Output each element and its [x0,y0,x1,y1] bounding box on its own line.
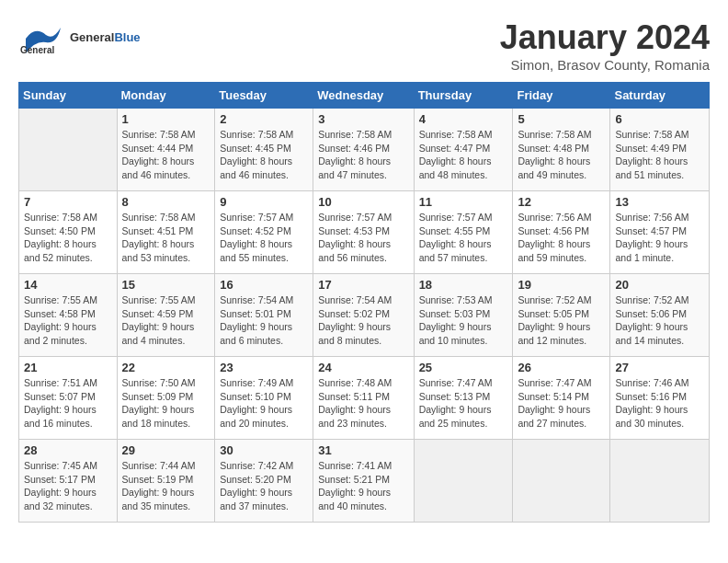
day-info: Sunrise: 7:56 AMSunset: 4:56 PMDaylight:… [518,211,605,265]
day-info: Sunrise: 7:58 AMSunset: 4:47 PMDaylight:… [419,128,508,182]
day-info: Sunrise: 7:57 AMSunset: 4:52 PMDaylight:… [220,211,308,265]
calendar-cell: 27Sunrise: 7:46 AMSunset: 5:16 PMDayligh… [610,357,710,440]
calendar-cell: 8Sunrise: 7:58 AMSunset: 4:51 PMDaylight… [117,191,215,274]
title-area: January 2024 Simon, Brasov County, Roman… [500,18,710,73]
calendar-week-4: 21Sunrise: 7:51 AMSunset: 5:07 PMDayligh… [19,357,710,440]
day-number: 19 [518,278,605,292]
calendar-cell: 3Sunrise: 7:58 AMSunset: 4:46 PMDaylight… [313,109,414,191]
day-number: 14 [24,278,112,292]
calendar-cell [19,109,118,191]
calendar-cell: 24Sunrise: 7:48 AMSunset: 5:11 PMDayligh… [313,357,414,440]
calendar-cell: 30Sunrise: 7:42 AMSunset: 5:20 PMDayligh… [215,440,313,523]
day-info: Sunrise: 7:54 AMSunset: 5:02 PMDaylight:… [318,293,408,348]
day-info: Sunrise: 7:55 AMSunset: 4:59 PMDaylight:… [122,293,210,348]
day-number: 9 [220,195,308,209]
calendar-cell: 20Sunrise: 7:52 AMSunset: 5:06 PMDayligh… [610,274,710,357]
day-info: Sunrise: 7:49 AMSunset: 5:10 PMDaylight:… [220,376,308,431]
logo-general: General [70,30,114,44]
day-header-wednesday: Wednesday [313,83,414,109]
calendar-cell: 4Sunrise: 7:58 AMSunset: 4:47 PMDaylight… [414,109,513,191]
day-number: 20 [615,278,704,292]
day-header-sunday: Sunday [19,83,118,109]
calendar-cell: 2Sunrise: 7:58 AMSunset: 4:45 PMDaylight… [215,109,313,191]
day-info: Sunrise: 7:42 AMSunset: 5:20 PMDaylight:… [220,459,308,513]
header-row: SundayMondayTuesdayWednesdayThursdayFrid… [19,83,710,109]
day-number: 12 [518,195,605,209]
day-number: 23 [220,361,308,374]
calendar-cell: 14Sunrise: 7:55 AMSunset: 4:58 PMDayligh… [19,274,118,357]
calendar-cell: 26Sunrise: 7:47 AMSunset: 5:14 PMDayligh… [513,357,610,440]
day-header-tuesday: Tuesday [215,83,313,109]
day-number: 10 [318,195,408,209]
day-info: Sunrise: 7:48 AMSunset: 5:11 PMDaylight:… [318,376,408,431]
calendar-cell: 12Sunrise: 7:56 AMSunset: 4:56 PMDayligh… [513,191,610,274]
day-number: 28 [24,443,112,457]
calendar-table: SundayMondayTuesdayWednesdayThursdayFrid… [18,82,710,523]
day-number: 27 [615,361,704,374]
day-info: Sunrise: 7:58 AMSunset: 4:45 PMDaylight:… [220,128,308,182]
logo-text-area: GeneralBlue [70,31,141,44]
calendar-cell: 16Sunrise: 7:54 AMSunset: 5:01 PMDayligh… [215,274,313,357]
calendar-cell [513,440,610,523]
day-number: 22 [122,361,210,374]
day-info: Sunrise: 7:46 AMSunset: 5:16 PMDaylight:… [615,376,704,431]
day-info: Sunrise: 7:57 AMSunset: 4:55 PMDaylight:… [419,211,508,265]
calendar-week-1: 1Sunrise: 7:58 AMSunset: 4:44 PMDaylight… [19,109,710,191]
day-info: Sunrise: 7:58 AMSunset: 4:46 PMDaylight:… [318,128,408,182]
calendar-cell: 31Sunrise: 7:41 AMSunset: 5:21 PMDayligh… [313,440,414,523]
calendar-cell: 1Sunrise: 7:58 AMSunset: 4:44 PMDaylight… [117,109,215,191]
day-info: Sunrise: 7:56 AMSunset: 4:57 PMDaylight:… [615,211,704,265]
day-info: Sunrise: 7:58 AMSunset: 4:49 PMDaylight:… [615,128,704,182]
day-info: Sunrise: 7:57 AMSunset: 4:53 PMDaylight:… [318,211,408,265]
calendar-title: January 2024 [500,18,710,57]
day-info: Sunrise: 7:54 AMSunset: 5:01 PMDaylight:… [220,293,308,348]
logo: General GeneralBlue [18,18,141,57]
day-info: Sunrise: 7:55 AMSunset: 4:58 PMDaylight:… [24,293,112,348]
calendar-week-5: 28Sunrise: 7:45 AMSunset: 5:17 PMDayligh… [19,440,710,523]
day-info: Sunrise: 7:44 AMSunset: 5:19 PMDaylight:… [122,459,210,513]
day-number: 13 [615,195,704,209]
day-info: Sunrise: 7:58 AMSunset: 4:51 PMDaylight:… [122,211,210,265]
calendar-cell: 7Sunrise: 7:58 AMSunset: 4:50 PMDaylight… [19,191,118,274]
calendar-cell: 22Sunrise: 7:50 AMSunset: 5:09 PMDayligh… [117,357,215,440]
day-number: 5 [518,112,605,126]
day-number: 29 [122,443,210,457]
calendar-cell: 9Sunrise: 7:57 AMSunset: 4:52 PMDaylight… [215,191,313,274]
day-number: 15 [122,278,210,292]
day-info: Sunrise: 7:45 AMSunset: 5:17 PMDaylight:… [24,459,112,513]
calendar-cell: 29Sunrise: 7:44 AMSunset: 5:19 PMDayligh… [117,440,215,523]
day-number: 1 [122,112,210,126]
calendar-cell: 21Sunrise: 7:51 AMSunset: 5:07 PMDayligh… [19,357,118,440]
calendar-cell [610,440,710,523]
day-info: Sunrise: 7:41 AMSunset: 5:21 PMDaylight:… [318,459,408,513]
calendar-cell [414,440,513,523]
day-number: 8 [122,195,210,209]
day-number: 2 [220,112,308,126]
calendar-cell: 6Sunrise: 7:58 AMSunset: 4:49 PMDaylight… [610,109,710,191]
day-number: 25 [419,361,508,374]
calendar-cell: 28Sunrise: 7:45 AMSunset: 5:17 PMDayligh… [19,440,118,523]
day-number: 17 [318,278,408,292]
day-number: 21 [24,361,112,374]
calendar-cell: 23Sunrise: 7:49 AMSunset: 5:10 PMDayligh… [215,357,313,440]
day-info: Sunrise: 7:53 AMSunset: 5:03 PMDaylight:… [419,293,508,348]
calendar-cell: 15Sunrise: 7:55 AMSunset: 4:59 PMDayligh… [117,274,215,357]
day-number: 18 [419,278,508,292]
logo-blue: Blue [114,30,140,44]
day-number: 11 [419,195,508,209]
day-info: Sunrise: 7:51 AMSunset: 5:07 PMDaylight:… [24,376,112,431]
day-number: 6 [615,112,704,126]
day-info: Sunrise: 7:52 AMSunset: 5:06 PMDaylight:… [615,293,704,348]
calendar-week-2: 7Sunrise: 7:58 AMSunset: 4:50 PMDaylight… [19,191,710,274]
day-header-monday: Monday [117,83,215,109]
calendar-cell: 11Sunrise: 7:57 AMSunset: 4:55 PMDayligh… [414,191,513,274]
day-number: 26 [518,361,605,374]
calendar-cell: 18Sunrise: 7:53 AMSunset: 5:03 PMDayligh… [414,274,513,357]
logo-icon: General [18,18,66,57]
page-header: General GeneralBlue January 2024 Simon, … [18,18,710,73]
day-number: 3 [318,112,408,126]
day-header-saturday: Saturday [610,83,710,109]
calendar-cell: 5Sunrise: 7:58 AMSunset: 4:48 PMDaylight… [513,109,610,191]
calendar-subtitle: Simon, Brasov County, Romania [500,57,710,73]
calendar-cell: 17Sunrise: 7:54 AMSunset: 5:02 PMDayligh… [313,274,414,357]
